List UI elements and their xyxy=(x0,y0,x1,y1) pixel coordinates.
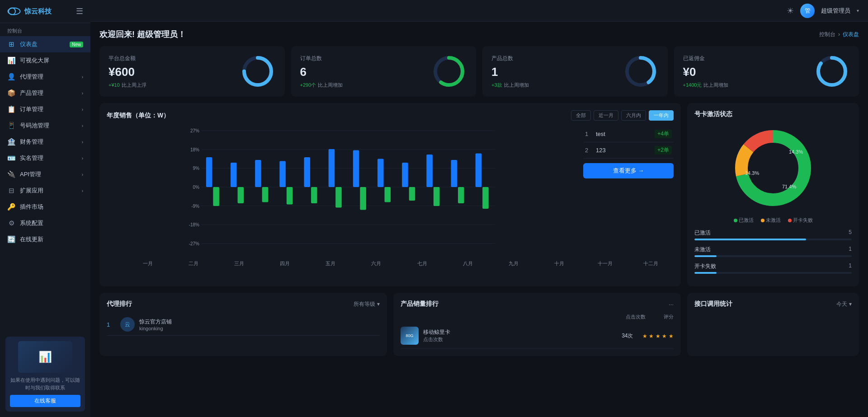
legend-item-已激活: 已激活 xyxy=(734,217,754,224)
x-label-七月: 七月 xyxy=(399,260,445,267)
filter-btn-近一月[interactable]: 近一月 xyxy=(594,110,618,121)
api-stats-header: 接口调用统计 今天 ▾ xyxy=(694,300,852,308)
sidebar-icon-order: 📋 xyxy=(7,105,15,113)
sidebar-item-realname[interactable]: 🪪 实名管理 › xyxy=(0,150,90,166)
sidebar-item-simcard[interactable]: 📱 号码池管理 › xyxy=(0,117,90,134)
agent-filter-chevron-icon: ▾ xyxy=(377,301,380,307)
menu-toggle-icon[interactable]: ☰ xyxy=(76,6,83,16)
star-2: ★ xyxy=(649,333,654,339)
product-col-rating: 评分 xyxy=(664,314,674,320)
sidebar-label-simcard: 号码池管理 xyxy=(20,122,77,130)
activation-list: 已激活 5 未激活 1 开卡失败 1 xyxy=(694,229,852,274)
svg-rect-32 xyxy=(304,157,311,187)
sidebar-nav: ⊞ 仪表盘 New 📊 可视化大屏 👤 代理管理 › 📦 产品管理 › 📋 订单… xyxy=(0,36,90,248)
promo-image: 📊 xyxy=(18,341,72,373)
activation-item-label: 已激活 xyxy=(694,229,711,237)
annual-sales-card: 年度销售（单位：W） 全部近一月六月内一年内 27%18%9%0%-9%-18%… xyxy=(99,103,681,286)
sidebar-item-agent[interactable]: 👤 代理管理 › xyxy=(0,69,90,85)
stat-change-val-0: +¥10 xyxy=(108,82,120,88)
api-stats-filter[interactable]: 今天 ▾ xyxy=(836,300,852,308)
stat-change-label-0: 比上周上浮 xyxy=(122,82,146,89)
activation-progress-bar xyxy=(694,255,852,257)
view-more-button[interactable]: 查看更多 → xyxy=(583,163,674,178)
star-3: ★ xyxy=(656,333,660,339)
sidebar-item-dashboard[interactable]: ⊞ 仪表盘 New xyxy=(0,36,90,52)
content-area: 欢迎回来! 超级管理员！ 控制台 › 仪表盘 平台总金额 ¥600 +¥10 比… xyxy=(90,22,868,417)
theme-toggle-icon[interactable]: ☀ xyxy=(787,6,794,16)
svg-text:9%: 9% xyxy=(193,166,200,171)
rank-entry-2: 2 123 +2单 xyxy=(583,142,674,159)
activation-title: 号卡激活状态 xyxy=(694,110,852,118)
activation-item-label: 未激活 xyxy=(694,246,711,253)
filter-btn-六月内[interactable]: 六月内 xyxy=(621,110,646,121)
product-image: 80G xyxy=(401,327,419,345)
x-label-五月: 五月 xyxy=(308,260,354,267)
stat-donut-svg-1 xyxy=(431,53,467,89)
sidebar-item-plugin[interactable]: 🔑 插件市场 xyxy=(0,199,90,215)
x-label-八月: 八月 xyxy=(445,260,491,267)
filter-btn-一年内[interactable]: 一年内 xyxy=(649,110,674,121)
arrow-order: › xyxy=(82,107,83,112)
sidebar-item-product[interactable]: 📦 产品管理 › xyxy=(0,85,90,101)
arrow-simcard: › xyxy=(82,123,83,128)
x-axis-labels: 一月二月三月四月五月六月七月八月九月十月十一月十二月 xyxy=(107,260,674,267)
stat-change-2: +3款 比上周增加 xyxy=(491,82,529,89)
rank-list-panel: 1 test +4单 2 123 +2单 查看更多 → xyxy=(583,126,674,258)
sidebar-item-finance[interactable]: 🏦 财务管理 › xyxy=(0,134,90,150)
bar-chart-svg: 27%18%9%0%-9%-18%-27% xyxy=(107,126,576,257)
svg-rect-27 xyxy=(238,187,244,203)
user-name[interactable]: 超级管理员 xyxy=(821,7,850,15)
bar-chart-area: 27%18%9%0%-9%-18%-27% xyxy=(107,126,576,258)
sidebar-label-visualization: 可视化大屏 xyxy=(20,56,83,65)
svg-rect-37 xyxy=(360,187,366,210)
stat-card-left-1: 订单总数 6 +290个 比上周增加 xyxy=(300,55,343,89)
svg-rect-34 xyxy=(329,149,335,187)
activation-item-header: 已激活 5 xyxy=(694,229,852,237)
sidebar-label-plugin: 插件市场 xyxy=(20,203,83,211)
stat-donut-3 xyxy=(814,53,850,89)
sidebar-item-visualization[interactable]: 📊 可视化大屏 xyxy=(0,52,90,69)
filter-btn-全部[interactable]: 全部 xyxy=(571,110,591,121)
breadcrumb-separator: › xyxy=(838,31,840,37)
agent-ranking-title: 代理排行 xyxy=(107,300,132,308)
topbar: ☀ 管 超级管理员 ▾ xyxy=(90,0,868,22)
activation-item-count: 1 xyxy=(849,246,852,253)
stat-change-label-3: 比上周增加 xyxy=(703,82,728,89)
stat-value-0: ¥600 xyxy=(108,65,146,79)
svg-rect-39 xyxy=(385,187,391,202)
svg-rect-31 xyxy=(287,187,293,204)
logo-icon xyxy=(7,6,21,16)
rank-badge: +2单 xyxy=(655,146,672,155)
agent-ranking-filter[interactable]: 所有等级 ▾ xyxy=(354,300,380,308)
svg-text:18%: 18% xyxy=(190,147,199,152)
sidebar-item-update[interactable]: 🔄 在线更新 xyxy=(0,231,90,248)
rank-name: 123 xyxy=(596,147,655,154)
user-menu-chevron-icon[interactable]: ▾ xyxy=(857,8,859,13)
rank-number: 1 xyxy=(585,131,596,137)
sidebar-item-order[interactable]: 📋 订单管理 › xyxy=(0,101,90,117)
bottom-row: 代理排行 所有等级 ▾ 1 云 惊云官方店铺 kingonking xyxy=(99,293,859,356)
breadcrumb: 控制台 › 仪表盘 xyxy=(819,31,859,38)
agent-ranking-header: 代理排行 所有等级 ▾ xyxy=(107,300,380,308)
svg-text:14.3%: 14.3% xyxy=(745,170,759,176)
rank-name: test xyxy=(596,131,655,137)
avatar[interactable]: 管 xyxy=(800,4,815,18)
agent-avatar: 云 xyxy=(120,317,135,332)
sidebar-item-extend[interactable]: ⊟ 扩展应用 › xyxy=(0,183,90,199)
activation-progress-fill xyxy=(694,255,717,257)
product-ranking-card: 产品销量排行 ··· 点击次数 评分 80G 移动鲸里卡 点击次数 34次 ★ xyxy=(393,293,681,356)
svg-rect-24 xyxy=(206,157,212,187)
product-ranking-menu-icon[interactable]: ··· xyxy=(669,301,674,308)
svg-text:27%: 27% xyxy=(190,128,199,133)
api-filter-chevron-icon: ▾ xyxy=(849,301,852,307)
donut-legend: 已激活未激活开卡失败 xyxy=(694,217,852,224)
online-support-button[interactable]: 在线客服 xyxy=(10,395,80,407)
sidebar-label-dashboard: 仪表盘 xyxy=(20,40,63,48)
x-label-四月: 四月 xyxy=(262,260,308,267)
stat-card-left-0: 平台总金额 ¥600 +¥10 比上周上浮 xyxy=(108,55,146,89)
svg-rect-41 xyxy=(409,187,415,201)
sidebar-item-api[interactable]: 🔌 API管理 › xyxy=(0,166,90,183)
stat-change-val-2: +3款 xyxy=(491,82,502,89)
sidebar-item-sysconfig[interactable]: ⚙ 系统配置 xyxy=(0,215,90,231)
svg-rect-40 xyxy=(402,163,408,187)
